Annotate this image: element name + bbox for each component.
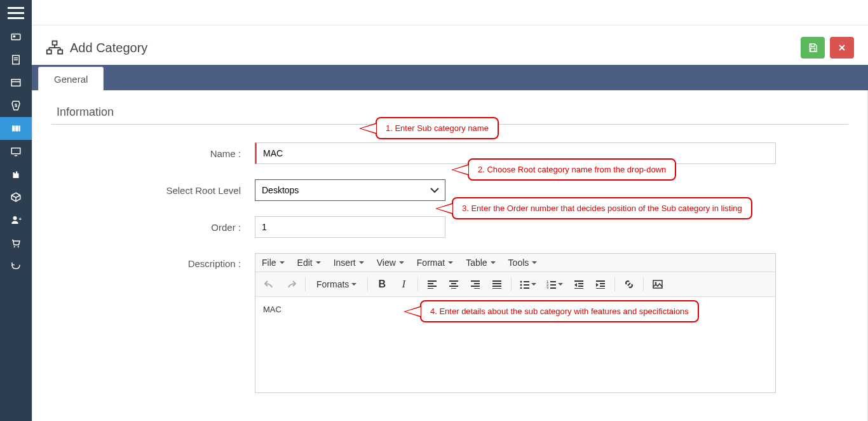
editor: File Edit Insert View Format Table Tools [255, 253, 776, 393]
callout-4: 4. Enter details about the sub category … [420, 300, 699, 322]
number-list-button[interactable]: 123 [542, 275, 567, 294]
nav-catalog-icon[interactable] [0, 117, 32, 140]
callout-2: 2. Choose Root category name from the dr… [468, 158, 676, 181]
align-left-icon [427, 280, 437, 289]
svg-point-46 [520, 287, 522, 289]
svg-text:3: 3 [546, 286, 549, 289]
redo-icon [286, 280, 296, 289]
svg-rect-0 [11, 34, 20, 40]
align-right-button[interactable] [465, 275, 485, 294]
menu-edit[interactable]: Edit [297, 258, 321, 268]
page-title: Add Category [70, 41, 147, 55]
align-center-icon [449, 280, 459, 289]
menu-format[interactable]: Format [417, 258, 453, 268]
sidebar: $ + [0, 0, 32, 421]
menu-file[interactable]: File [262, 258, 285, 268]
bullet-list-icon [520, 280, 530, 289]
nav-layout-icon[interactable] [0, 71, 32, 94]
page-header: Add Category [32, 25, 868, 65]
bullet-list-button[interactable] [515, 275, 541, 294]
svg-rect-62 [653, 280, 662, 288]
undo-button[interactable] [259, 275, 280, 294]
align-justify-icon [492, 280, 502, 289]
callout-1: 1. Enter Sub category name [376, 117, 499, 139]
svg-rect-5 [11, 79, 20, 86]
nav-hand-icon[interactable] [0, 163, 32, 186]
save-icon [808, 43, 818, 53]
topbar [32, 0, 868, 25]
image-button[interactable] [648, 275, 668, 294]
number-list-icon: 123 [546, 280, 557, 289]
main-content: Add Category General Information Name : [32, 0, 868, 421]
image-icon [653, 280, 663, 289]
italic-button[interactable]: I [393, 275, 414, 294]
svg-text:$: $ [15, 102, 18, 108]
svg-point-13 [13, 216, 17, 220]
align-justify-button[interactable] [487, 275, 507, 294]
nav-monitor-icon[interactable] [0, 140, 32, 163]
root-select[interactable]: Desktops [255, 179, 445, 201]
order-label: Order : [51, 222, 255, 233]
link-button[interactable] [619, 275, 639, 294]
svg-rect-19 [58, 50, 62, 54]
menu-insert[interactable]: Insert [334, 258, 364, 268]
align-left-button[interactable] [422, 275, 442, 294]
svg-rect-9 [15, 126, 18, 132]
menu-view[interactable]: View [377, 258, 404, 268]
svg-rect-18 [47, 50, 51, 54]
nav-card-icon[interactable] [0, 25, 32, 48]
editor-menubar: File Edit Insert View Format Table Tools [255, 254, 775, 272]
svg-rect-17 [53, 41, 57, 45]
nav-undo-icon[interactable] [0, 254, 32, 277]
link-icon [624, 279, 634, 289]
hamburger-menu[interactable] [0, 0, 32, 25]
svg-point-44 [520, 284, 522, 286]
svg-rect-8 [12, 126, 15, 132]
editor-toolbar: Formats B I 123 [255, 272, 775, 297]
nav-document-icon[interactable] [0, 48, 32, 71]
outdent-button[interactable] [569, 275, 589, 294]
panel: Information Name : Select Root Level Des… [32, 90, 868, 421]
menu-tools[interactable]: Tools [508, 258, 538, 268]
nav-box-icon[interactable] [0, 186, 32, 209]
align-center-button[interactable] [444, 275, 464, 294]
svg-text:+: + [19, 216, 22, 222]
menu-table[interactable]: Table [466, 258, 495, 268]
nav-user-icon[interactable]: + [0, 209, 32, 231]
hierarchy-icon [46, 39, 64, 56]
root-label: Select Root Level [51, 185, 255, 196]
redo-button[interactable] [281, 275, 301, 294]
svg-rect-1 [13, 36, 16, 38]
svg-point-16 [18, 246, 19, 247]
name-label: Name : [51, 148, 255, 159]
svg-point-15 [14, 246, 15, 247]
nav-cart-icon[interactable] [0, 231, 32, 254]
tab-bar: General [32, 65, 868, 90]
svg-rect-10 [19, 126, 20, 132]
outdent-icon [574, 280, 584, 289]
svg-point-42 [520, 281, 522, 283]
save-button[interactable] [801, 37, 825, 59]
undo-icon [264, 280, 275, 289]
description-label: Description : [51, 253, 255, 269]
cancel-button[interactable] [830, 37, 854, 59]
indent-button[interactable] [590, 275, 611, 294]
tab-general[interactable]: General [38, 67, 104, 90]
indent-icon [595, 280, 606, 289]
nav-money-icon[interactable]: $ [0, 94, 32, 117]
svg-rect-11 [11, 148, 20, 154]
align-right-icon [470, 280, 480, 289]
formats-button[interactable]: Formats [309, 275, 363, 294]
close-icon [837, 43, 847, 53]
order-input[interactable] [255, 216, 445, 238]
callout-3: 3. Enter the Order number that decides p… [452, 197, 752, 219]
bold-button[interactable]: B [372, 275, 392, 294]
